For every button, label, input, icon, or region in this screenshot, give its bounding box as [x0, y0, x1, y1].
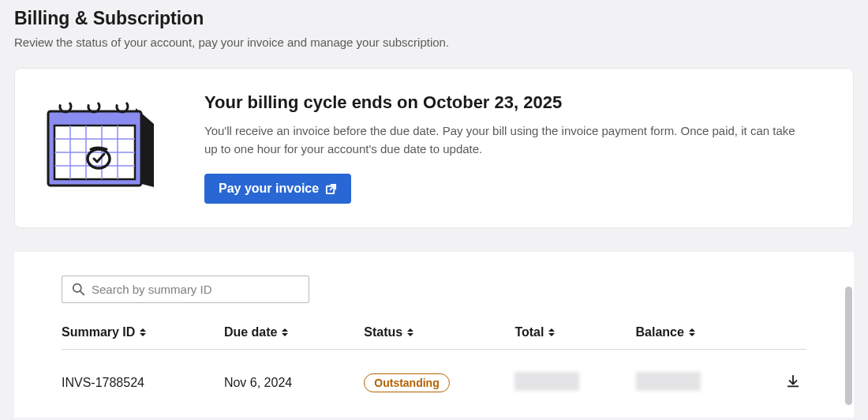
sort-icon: [140, 327, 148, 338]
page-title: Billing & Subscription: [14, 8, 854, 29]
column-header-status[interactable]: Status: [364, 325, 415, 339]
search-icon: [72, 283, 85, 296]
sort-icon: [548, 327, 556, 338]
scrollbar-thumb[interactable]: [845, 287, 852, 405]
invoice-table: Summary ID Due date Status: [62, 319, 806, 394]
download-icon[interactable]: [786, 374, 800, 388]
status-badge: Outstanding: [364, 373, 449, 392]
sort-icon: [689, 327, 697, 338]
column-header-balance[interactable]: Balance: [636, 325, 697, 339]
calendar-illustration: [37, 88, 170, 204]
svg-point-15: [73, 284, 81, 292]
billing-cycle-description: You'll receive an invoice before the due…: [204, 122, 804, 158]
column-header-total[interactable]: Total: [514, 325, 556, 339]
pay-invoice-button[interactable]: Pay your invoice: [204, 174, 351, 204]
column-header-due-date[interactable]: Due date: [224, 325, 290, 339]
table-row: INVS-1788524 Nov 6, 2024 Outstanding: [62, 350, 806, 395]
external-link-icon: [325, 183, 337, 195]
pay-invoice-button-label: Pay your invoice: [219, 182, 319, 196]
cell-due-date: Nov 6, 2024: [224, 350, 364, 395]
search-box[interactable]: [62, 276, 309, 303]
cell-balance-redacted: [636, 372, 701, 391]
search-input[interactable]: [92, 283, 299, 296]
cell-total-redacted: [514, 372, 579, 391]
svg-line-16: [80, 291, 84, 294]
cell-summary-id: INVS-1788524: [62, 350, 224, 395]
page-subtitle: Review the status of your account, pay y…: [14, 36, 854, 49]
billing-cycle-card: Your billing cycle ends on October 23, 2…: [14, 68, 854, 228]
billing-cycle-heading: Your billing cycle ends on October 23, 2…: [204, 92, 831, 113]
sort-icon: [282, 327, 290, 338]
column-header-summary-id[interactable]: Summary ID: [62, 325, 148, 339]
invoice-list-section: Summary ID Due date Status: [14, 252, 854, 418]
sort-icon: [407, 327, 415, 338]
